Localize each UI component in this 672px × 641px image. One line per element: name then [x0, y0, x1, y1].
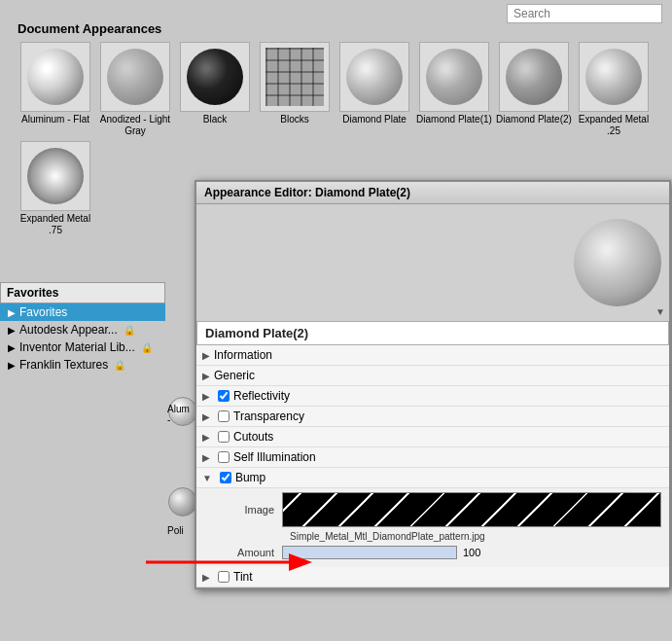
expand-icon-reflect: ▶ [202, 391, 210, 402]
poli-side-label: Poli [167, 525, 184, 536]
thumb-box-blocks[interactable] [260, 42, 330, 112]
thumb-box-diamond2[interactable] [499, 42, 569, 112]
reflectivity-checkbox[interactable] [218, 390, 230, 402]
amount-value: 100 [463, 547, 480, 558]
thumb-expanded-75[interactable]: Expanded Metal .75 [18, 141, 93, 236]
expand-icon-generic: ▶ [202, 371, 210, 381]
preview-area: ▼ [196, 204, 669, 321]
section-label-transp: Transparency [233, 410, 304, 423]
section-self-illumination[interactable]: ▶ Self Illumination [196, 447, 669, 468]
panel-title: Document Appearances [18, 21, 659, 36]
autodesk-label: Autodesk Appear... [19, 323, 118, 337]
section-label-generic: Generic [214, 369, 255, 382]
favorites-label: Favorites [19, 305, 67, 319]
sidebar-item-franklin[interactable]: ▶ Franklin Textures 🔒 [0, 356, 165, 374]
self-illum-checkbox[interactable] [218, 451, 230, 463]
side-thumb-box-poli [168, 487, 197, 516]
inventor-label: Inventor Material Lib... [19, 340, 135, 354]
thumb-box-black[interactable] [180, 42, 250, 112]
dialog-title: Appearance Editor: Diamond Plate(2) [196, 182, 669, 204]
sphere-diamond2-icon [506, 49, 562, 105]
thumb-label-black: Black [203, 114, 227, 125]
thumb-box-diamond1[interactable] [419, 42, 489, 112]
thumb-label-blocks: Blocks [280, 114, 308, 125]
lock-icon-3: 🔒 [114, 360, 125, 371]
sphere-black-icon [187, 49, 243, 105]
expand-icon-info: ▶ [202, 350, 210, 361]
bump-checkbox[interactable] [220, 472, 231, 483]
section-label-cutouts: Cutouts [233, 430, 273, 444]
section-reflectivity[interactable]: ▶ Reflectivity [196, 386, 669, 407]
section-cutouts[interactable]: ▶ Cutouts [196, 427, 669, 447]
chevron-right-icon-2: ▶ [8, 325, 16, 336]
sidebar-item-favorites[interactable]: ▶ Favorites [0, 303, 165, 321]
thumb-box-aluminum[interactable] [20, 42, 90, 112]
lock-icon-2: 🔒 [141, 342, 153, 353]
thumb-blocks[interactable]: Blocks [257, 42, 333, 137]
preview-sphere-icon [574, 219, 661, 306]
thumb-diamond-plate-2[interactable]: Diamond Plate(2) [496, 42, 572, 137]
thumb-box-diamond[interactable] [339, 42, 409, 112]
sphere-expanded75-icon [27, 148, 84, 204]
dialog-preview-section: ▼ [196, 204, 669, 321]
chevron-right-icon-4: ▶ [8, 360, 16, 371]
thumb-label-diamond2: Diamond Plate(2) [496, 114, 572, 125]
blocks-icon [265, 48, 324, 106]
thumb-aluminum-flat[interactable]: Aluminum - Flat [18, 42, 93, 137]
thumb-label-anodized: Anodized - Light Gray [97, 114, 173, 137]
search-input[interactable] [507, 4, 662, 23]
sidebar-item-inventor[interactable]: ▶ Inventor Material Lib... 🔒 [0, 338, 165, 356]
franklin-label: Franklin Textures [19, 358, 108, 372]
chevron-right-icon: ▶ [8, 307, 16, 318]
favorites-panel: Favorites ▶ Favorites ▶ Autodesk Appear.… [0, 282, 165, 374]
expand-icon-selfillum: ▶ [202, 452, 210, 463]
bump-filename-row: Simple_Metal_Mtl_DiamondPlate_pattern.jp… [216, 531, 661, 542]
sphere-expanded25-icon [585, 49, 642, 105]
sidebar-item-autodesk[interactable]: ▶ Autodesk Appear... 🔒 [0, 321, 165, 338]
cutouts-checkbox[interactable] [218, 431, 230, 443]
expand-icon-bump: ▼ [202, 473, 212, 483]
thumb-label-diamond1: Diamond Plate(1) [416, 114, 492, 125]
thumb-label-expanded75: Expanded Metal .75 [18, 213, 93, 236]
section-label-selfillum: Self Illumination [233, 450, 316, 464]
search-bar [507, 4, 662, 23]
lock-icon: 🔒 [124, 325, 135, 336]
alum-side-label: Alum - [167, 404, 190, 425]
chevron-right-icon-3: ▶ [8, 342, 16, 353]
thumb-label-expanded25: Expanded Metal .25 [576, 114, 652, 137]
section-label-info: Information [214, 348, 272, 362]
bump-header[interactable]: ▼ Bump [196, 468, 669, 488]
dialog-body: ▼ Diamond Plate(2) ▶ Information ▶ Gener… [196, 204, 669, 588]
section-transparency[interactable]: ▶ Transparency [196, 407, 669, 427]
thumb-expanded-25[interactable]: Expanded Metal .25 [576, 42, 652, 137]
thumb-black[interactable]: Black [177, 42, 253, 137]
sphere-diamond1-icon [426, 49, 482, 105]
thumb-box-expanded25[interactable] [579, 42, 649, 112]
thumb-diamond-plate-1[interactable]: Diamond Plate(1) [416, 42, 492, 137]
bump-image-label: Image [216, 504, 274, 516]
thumb-label-diamond: Diamond Plate [342, 114, 407, 125]
section-label-bump: Bump [235, 471, 265, 484]
expand-icon-cutouts: ▶ [202, 432, 210, 443]
favorites-title: Favorites [0, 282, 165, 303]
thumb-box-expanded75[interactable] [20, 141, 90, 211]
sphere-diamond-icon [346, 49, 403, 105]
sphere-anodized-icon [107, 49, 163, 105]
red-arrow-svg [136, 543, 331, 582]
bump-image-row: Image [216, 492, 661, 527]
section-information[interactable]: ▶ Information [196, 345, 669, 366]
dropdown-arrow-icon[interactable]: ▼ [655, 306, 665, 317]
thumb-label-aluminum: Aluminum - Flat [21, 114, 89, 125]
sphere-aluminum-icon [27, 49, 84, 105]
section-label-reflect: Reflectivity [233, 389, 290, 403]
thumb-anodized[interactable]: Anodized - Light Gray [97, 42, 173, 137]
thumb-box-anodized[interactable] [100, 42, 170, 112]
bump-filename: Simple_Metal_Mtl_DiamondPlate_pattern.jp… [290, 531, 661, 542]
red-arrow-indicator [136, 543, 331, 585]
bump-image-preview[interactable] [282, 492, 661, 527]
appearance-editor-dialog: Appearance Editor: Diamond Plate(2) ▼ Di… [195, 180, 671, 589]
thumb-diamond-plate[interactable]: Diamond Plate [336, 42, 412, 137]
transparency-checkbox[interactable] [218, 410, 230, 422]
material-name-field[interactable]: Diamond Plate(2) [196, 321, 669, 345]
section-generic[interactable]: ▶ Generic [196, 366, 669, 386]
